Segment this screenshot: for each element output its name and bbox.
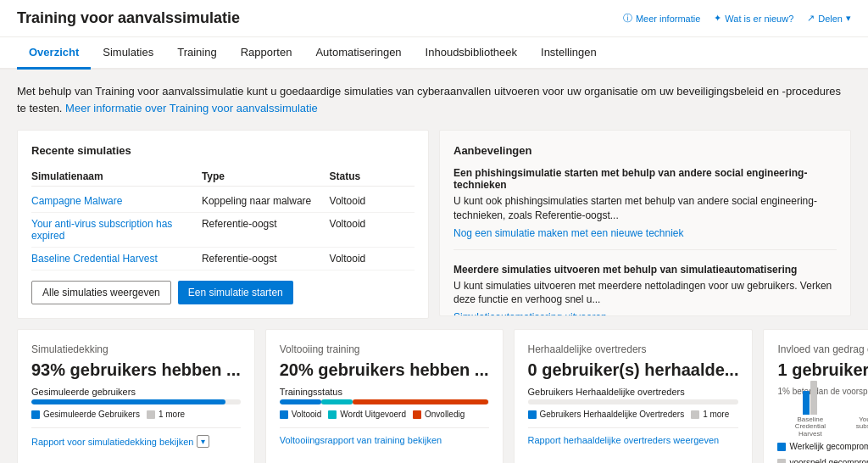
legend-dot — [280, 410, 288, 419]
nav-item-automatiseringen[interactable]: Automatiseringen — [303, 37, 413, 70]
progress-label-2: Gebruikers Herhaaldelijke overtreders — [528, 387, 739, 397]
rec-item-0: Een phishingsimulatie starten met behulp… — [453, 167, 837, 250]
sim-link-0[interactable]: Campagne Malware — [31, 195, 202, 207]
delen-button[interactable]: ↗ Delen ▾ — [807, 13, 851, 24]
nav-item-training[interactable]: Training — [165, 37, 228, 70]
nav-item-overzicht[interactable]: Overzicht — [17, 37, 91, 70]
legend-item-2-0: Gebruikers Herhaaldelijke Overtreders — [528, 410, 685, 419]
sim-type-2: Referentie-oogst — [202, 253, 330, 265]
rec-title-1: Meerdere simulaties uitvoeren met behulp… — [453, 264, 837, 276]
chevron-down-icon: ▾ — [846, 13, 851, 24]
rec-title-0: Een phishingsimulatie starten met behulp… — [453, 167, 837, 191]
progress-container-1: Trainingsstatus — [280, 387, 489, 404]
legend-dot — [691, 410, 699, 419]
metric-voltooiing: Voltooiing training 20% gebruikers hebbe… — [265, 329, 504, 463]
legend-item-2-1: 1 more — [691, 410, 729, 419]
sim-status-0: Voltooid — [330, 195, 415, 207]
progress-fill-lopend — [321, 399, 353, 404]
rec-desc-1: U kunt simulaties uitvoeren met meerdere… — [453, 279, 837, 308]
col-status: Status — [330, 170, 415, 182]
bar-werkelijk-0 — [803, 391, 810, 415]
sim-type-1: Referentie-oogst — [202, 218, 330, 242]
simulatie-starten-button[interactable]: Een simulatie starten — [178, 281, 293, 304]
bar-label-1: Your anti-virus subscription has expired — [855, 416, 868, 438]
metric-value-1: 20% gebruikers hebben ... — [280, 360, 489, 380]
legend-dot — [413, 410, 421, 419]
legend-item-3-0: Werkelijk gecompromitteerd percentage — [777, 442, 868, 451]
metric-simulatiedekking: Simulatiedekking 93% gebruikers hebben .… — [17, 329, 255, 463]
alle-simulaties-button[interactable]: Alle simulaties weergeven — [31, 281, 171, 304]
progress-fill-onvolledig — [353, 399, 488, 404]
rec-item-1: Meerdere simulaties uitvoeren met behulp… — [453, 264, 837, 316]
page-title: Training voor aanvalssimulatie — [17, 9, 240, 27]
top-bar: Training voor aanvalssimulatie ⓘ Meer in… — [0, 0, 868, 37]
description-link[interactable]: Meer informatie over Training voor aanva… — [65, 102, 318, 114]
progress-bar-2 — [528, 399, 739, 404]
metric-footer-0: Rapport voor simulatiedekking bekijken ▾ — [31, 427, 241, 448]
nav-item-instellingen[interactable]: Instellingen — [529, 37, 609, 70]
legend-dot — [528, 410, 537, 419]
metric-title-2: Herhaaldelijke overtreders — [528, 343, 739, 355]
legend-item-1-2: Onvolledig — [413, 410, 465, 419]
wat-is-er-nieuw-button[interactable]: ✦ Wat is er nieuw? — [714, 13, 793, 24]
bar-chart: Baseline Credential Harvest Your anti-vi… — [777, 398, 868, 438]
share-icon: ↗ — [807, 13, 815, 24]
sim-type-0: Koppeling naar malware — [202, 195, 330, 207]
info-icon: ⓘ — [623, 12, 632, 25]
metric-footer-1: Voltooiingsrapport van training bekijken — [280, 427, 489, 445]
bar-voorspeld-0 — [810, 381, 817, 415]
rec-link-0[interactable]: Nog een simulatie maken met een nieuwe t… — [453, 227, 684, 239]
recent-simulations-title: Recente simulaties — [31, 144, 415, 157]
legend-item-1-0: Voltooid — [280, 410, 322, 419]
main-content: Met behulp van Training voor aanvalssimu… — [0, 70, 868, 463]
legend-item-3-1: voorspeld gecompromitteerd percentage — [777, 458, 868, 463]
progress-container-0: Gesimuleerde gebruikers — [31, 387, 241, 404]
table-row: Baseline Credential Harvest Referentie-o… — [31, 248, 415, 271]
nav-item-rapporten[interactable]: Rapporten — [229, 37, 304, 70]
sim-link-1[interactable]: Your anti-virus subscription has expired — [31, 218, 202, 242]
nav-item-inhoudsbibliotheek[interactable]: Inhoudsbibliotheek — [414, 37, 529, 70]
metric-overtreders: Herhaaldelijke overtreders 0 gebruiker(s… — [514, 329, 754, 463]
legend-1: Voltooid Wordt Uitgevoerd Onvolledig — [280, 410, 489, 419]
metric-value-2: 0 gebruiker(s) herhaalde... — [528, 360, 739, 380]
legend-item-1-1: Wordt Uitgevoerd — [328, 410, 406, 419]
bar-group-0: Baseline Credential Harvest — [777, 381, 843, 438]
recent-simulations-card: Recente simulaties Simulatienaam Type St… — [17, 130, 429, 319]
metric-title-0: Simulatiedekking — [31, 343, 241, 355]
progress-bar-1 — [280, 399, 489, 404]
rec-link-1[interactable]: Simulatieautomatisering uitvoeren — [453, 311, 607, 316]
metric-value-0: 93% gebruikers hebben ... — [31, 360, 241, 380]
bar-group-1: Your anti-virus subscription has expired — [848, 381, 868, 438]
progress-label-0: Gesimuleerde gebruikers — [31, 387, 241, 397]
sparkle-icon: ✦ — [714, 13, 721, 24]
metrics-row: Simulatiedekking 93% gebruikers hebben .… — [17, 329, 851, 463]
legend-dot — [328, 410, 337, 419]
metric-footer-btn-0[interactable]: Rapport voor simulatiedekking bekijken — [31, 437, 193, 447]
progress-container-2: Gebruikers Herhaaldelijke overtreders — [528, 387, 739, 404]
recommendations-title: Aanbevelingen — [453, 144, 837, 157]
progress-bar-0 — [31, 399, 241, 404]
nav-bar: Overzicht Simulaties Training Rapporten … — [0, 37, 868, 70]
recommendations-card: Aanbevelingen Een phishingsimulatie star… — [439, 130, 851, 316]
table-row: Campagne Malware Koppeling naar malware … — [31, 190, 415, 213]
legend-0: Gesimuleerde Gebruikers 1 more — [31, 410, 241, 419]
metric-title-1: Voltooiing training — [280, 343, 489, 355]
meer-informatie-button[interactable]: ⓘ Meer informatie — [623, 12, 700, 25]
legend-2: Gebruikers Herhaaldelijke Overtreders 1 … — [528, 410, 739, 419]
col-type: Type — [202, 170, 330, 182]
table-header: Simulatienaam Type Status — [31, 167, 415, 187]
chevron-icon[interactable]: ▾ — [197, 435, 209, 448]
metric-footer-btn-2[interactable]: Rapport herhaaldelijke overtreders weerg… — [528, 435, 720, 445]
bar-pair-0 — [803, 381, 817, 415]
rec-desc-0: U kunt ook phishingsimulaties starten me… — [453, 194, 837, 223]
metric-footer-btn-1[interactable]: Voltooiingsrapport van training bekijken — [280, 435, 442, 445]
legend-dot — [777, 443, 786, 451]
sim-link-2[interactable]: Baseline Credential Harvest — [31, 253, 202, 265]
metric-invloed: Invloed van gedrag op Inbreukpercentage … — [763, 329, 868, 463]
legend-dot — [147, 410, 155, 419]
metric-value-3: 1 gebruikers minder vat... — [777, 360, 868, 380]
metric-footer-2: Rapport herhaaldelijke overtreders weerg… — [528, 427, 739, 445]
nav-item-simulaties[interactable]: Simulaties — [91, 37, 165, 70]
col-simulatienaam: Simulatienaam — [31, 170, 202, 182]
legend-item-0-1: 1 more — [147, 410, 185, 419]
